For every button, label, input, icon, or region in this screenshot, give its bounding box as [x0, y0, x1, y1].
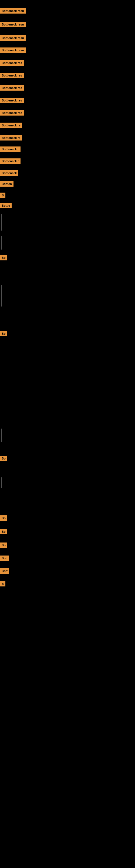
bottleneck-button-22[interactable]: Bo [0, 542, 7, 548]
bottleneck-button-6[interactable]: Bottleneck res [0, 85, 24, 91]
bottleneck-button-16[interactable]: Bottle [0, 203, 12, 208]
bottleneck-button-3[interactable]: Bottleneck resu [0, 48, 26, 53]
bottleneck-button-20[interactable]: Bo [0, 516, 7, 521]
bottleneck-button-24[interactable]: Bott [0, 568, 9, 574]
bottleneck-button-11[interactable]: Bottleneck r [0, 147, 20, 152]
bottleneck-button-4[interactable]: Bottleneck res [0, 60, 24, 66]
bottleneck-button-5[interactable]: Bottleneck res [0, 73, 24, 78]
bottleneck-button-17[interactable]: Bo [0, 255, 7, 260]
bottleneck-button-12[interactable]: Bottleneck r [0, 158, 20, 164]
bottleneck-button-1[interactable]: Bottleneck resu [0, 22, 26, 27]
vertical-line-2 [1, 285, 2, 307]
bottleneck-button-25[interactable]: B [0, 581, 5, 586]
bottleneck-button-18[interactable]: Bo [0, 331, 7, 336]
site-title [0, 1, 135, 5]
bottleneck-button-14[interactable]: Bottlen [0, 181, 13, 187]
bottleneck-button-0[interactable]: Bottleneck resu [0, 8, 26, 13]
bottleneck-button-2[interactable]: Bottleneck resu [0, 35, 26, 41]
bottleneck-button-7[interactable]: Bottleneck res [0, 98, 24, 103]
bottleneck-button-21[interactable]: Bo [0, 529, 7, 534]
vertical-line-0 [1, 214, 2, 230]
bottleneck-button-13[interactable]: Bottleneck [0, 170, 18, 176]
vertical-line-4 [1, 477, 2, 488]
bottleneck-button-8[interactable]: Bottleneck res [0, 110, 24, 116]
bottleneck-button-19[interactable]: Bo [0, 456, 7, 461]
bottleneck-button-9[interactable]: Bottleneck re [0, 123, 22, 128]
bottleneck-button-23[interactable]: Bott [0, 556, 9, 561]
vertical-line-3 [1, 429, 2, 442]
bottleneck-button-10[interactable]: Bottleneck re [0, 135, 22, 141]
bottleneck-button-15[interactable]: B [0, 193, 5, 198]
vertical-line-1 [1, 236, 2, 250]
